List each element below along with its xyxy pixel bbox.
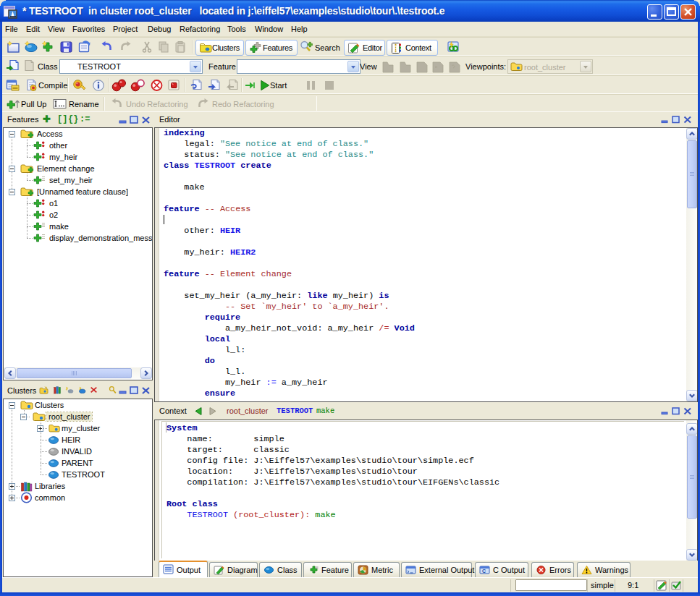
svg-text:C: C (482, 569, 486, 574)
